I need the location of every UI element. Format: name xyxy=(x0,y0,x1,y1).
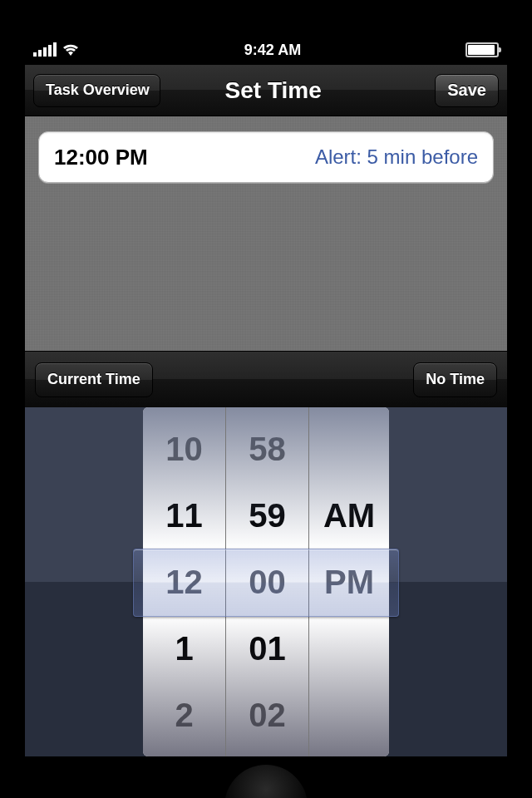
status-time: 9:42 AM xyxy=(244,42,301,59)
status-bar: 9:42 AM xyxy=(25,35,507,65)
ampm-option xyxy=(309,615,389,682)
device-frame: 9:42 AM Task Overview Set Time Save 12:0… xyxy=(0,0,532,798)
hour-wheel[interactable]: 10 11 12 1 2 xyxy=(143,407,226,756)
home-button[interactable] xyxy=(224,765,308,798)
picker-pane: 10 11 12 1 2 58 59 00 01 02 xyxy=(25,407,507,756)
hour-option[interactable]: 10 xyxy=(143,416,225,482)
signal-icon xyxy=(33,43,57,57)
content-pane: 12:00 PM Alert: 5 min before Current Tim… xyxy=(25,116,507,407)
minute-option[interactable]: 59 xyxy=(226,482,308,549)
minute-option[interactable]: 58 xyxy=(226,416,308,482)
toolbar: Current Time No Time xyxy=(25,351,507,407)
ampm-option xyxy=(309,682,389,748)
minute-option[interactable]: 02 xyxy=(226,682,308,748)
battery-icon xyxy=(466,42,499,57)
save-button-label: Save xyxy=(447,81,486,100)
ampm-option xyxy=(309,416,389,482)
minute-option[interactable]: 01 xyxy=(226,615,308,682)
save-button[interactable]: Save xyxy=(435,74,499,107)
minute-option-selected[interactable]: 00 xyxy=(226,549,308,615)
time-cell[interactable]: 12:00 PM Alert: 5 min before xyxy=(38,131,494,183)
current-time-button[interactable]: Current Time xyxy=(35,362,153,397)
ampm-option[interactable]: AM xyxy=(309,482,389,549)
status-left xyxy=(33,43,80,57)
ampm-wheel[interactable]: AM PM xyxy=(309,407,389,756)
ampm-option-selected[interactable]: PM xyxy=(309,549,389,615)
time-picker: 10 11 12 1 2 58 59 00 01 02 xyxy=(143,407,389,756)
back-button-label: Task Overview xyxy=(46,81,150,99)
selected-time-value: 12:00 PM xyxy=(54,145,148,170)
screen: 9:42 AM Task Overview Set Time Save 12:0… xyxy=(25,35,507,763)
wifi-icon xyxy=(62,43,80,57)
alert-value: Alert: 5 min before xyxy=(315,145,478,169)
hour-option[interactable]: 11 xyxy=(143,482,225,549)
hour-option[interactable]: 2 xyxy=(143,682,225,748)
minute-wheel[interactable]: 58 59 00 01 02 xyxy=(226,407,309,756)
back-button[interactable]: Task Overview xyxy=(33,74,160,107)
status-right xyxy=(466,42,499,57)
hour-option[interactable]: 1 xyxy=(143,615,225,682)
hour-option-selected[interactable]: 12 xyxy=(143,549,225,615)
nav-bar: Task Overview Set Time Save xyxy=(25,65,507,116)
no-time-button[interactable]: No Time xyxy=(413,362,497,397)
